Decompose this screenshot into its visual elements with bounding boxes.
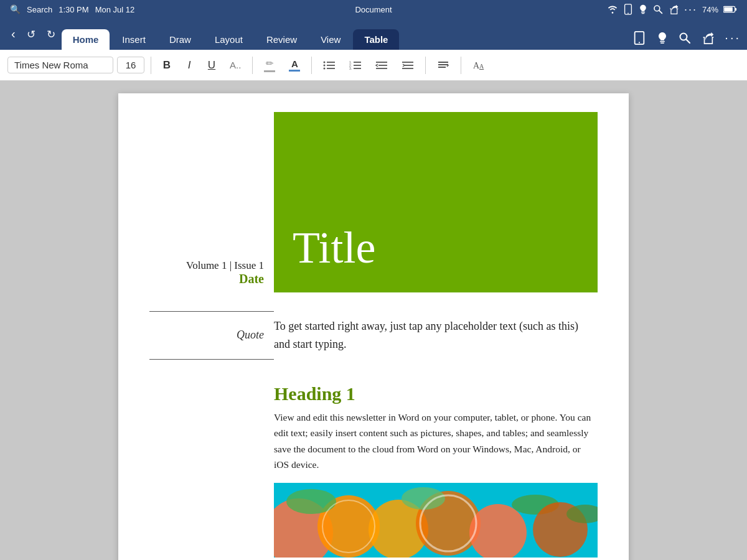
food-image-block: [274, 483, 598, 558]
bullet-list-button[interactable]: [318, 55, 341, 75]
document-page: Volume 1 | Issue 1 Date Title Quote To g…: [118, 93, 629, 560]
food-image-inner: [274, 483, 598, 558]
quote-line2: and start typing.: [274, 338, 346, 350]
font-size-display[interactable]: 16: [117, 57, 144, 73]
tab-draw[interactable]: Draw: [158, 29, 202, 50]
food-left-spacer: [149, 483, 274, 558]
food-image-section: [149, 483, 598, 558]
wifi-icon: [607, 5, 618, 14]
svg-point-45: [402, 487, 445, 510]
underline-button[interactable]: U: [202, 55, 221, 75]
svg-point-15: [324, 61, 326, 63]
tab-review[interactable]: Review: [255, 29, 308, 50]
more-tab-icon[interactable]: ···: [725, 30, 741, 45]
status-bar: 🔍 Search 1:30 PM Mon Jul 12 Document: [0, 0, 747, 19]
toolbar-sep-2: [252, 57, 253, 74]
share-icon[interactable]: [668, 4, 679, 15]
font-color-button[interactable]: A: [284, 55, 305, 75]
tab-insert[interactable]: Insert: [111, 29, 157, 50]
search-icon[interactable]: 🔍: [10, 4, 21, 14]
more-icon[interactable]: ···: [684, 3, 697, 16]
toolbar-sep-5: [461, 57, 461, 74]
highlight-button[interactable]: ✏: [259, 55, 280, 75]
back-arrow[interactable]: ‹: [6, 22, 21, 46]
svg-rect-8: [724, 7, 733, 12]
phone-tab-icon: [632, 31, 646, 45]
body-paragraph[interactable]: View and edit this newsletter in Word on…: [274, 409, 598, 473]
svg-rect-12: [660, 42, 664, 44]
redo-button[interactable]: ↻: [42, 23, 60, 46]
phone-icon: [623, 4, 633, 15]
numbered-list-button[interactable]: 1. 2. 3.: [344, 55, 367, 75]
bold-button[interactable]: B: [157, 55, 176, 75]
title-text[interactable]: Title: [293, 222, 375, 274]
svg-line-5: [659, 11, 662, 14]
doc-area: Volume 1 | Issue 1 Date Title Quote To g…: [0, 81, 747, 560]
status-left: 🔍 Search 1:30 PM Mon Jul 12: [10, 4, 134, 14]
status-time: 1:30 PM: [59, 5, 88, 14]
font-ellipsis-button[interactable]: A..: [225, 55, 246, 75]
lightbulb-icon: [638, 4, 648, 15]
search-tab-icon[interactable]: [679, 32, 691, 44]
svg-point-17: [324, 64, 326, 66]
battery-icon: [723, 6, 737, 13]
italic-button[interactable]: I: [180, 55, 199, 75]
page-content: Volume 1 | Issue 1 Date Title Quote To g…: [118, 93, 629, 560]
svg-point-10: [639, 42, 640, 43]
body-content: Heading 1 View and edit this newsletter …: [274, 372, 598, 483]
battery-label: 74%: [702, 5, 718, 14]
search-label[interactable]: Search: [27, 5, 52, 14]
svg-point-1: [627, 12, 629, 14]
toolbar-sep-1: [151, 57, 151, 74]
svg-rect-11: [660, 41, 665, 42]
date-text[interactable]: Date: [149, 272, 264, 286]
tab-bar: ‹ ↺ ↻ Home Insert Draw Layout Review Vie…: [0, 19, 747, 50]
status-right: ··· 74%: [607, 3, 737, 16]
title-green-box[interactable]: Title: [274, 112, 598, 292]
font-name-display[interactable]: Times New Roma: [7, 57, 113, 73]
increase-indent-button[interactable]: [397, 55, 419, 75]
svg-text:A: A: [479, 63, 484, 70]
tab-layout[interactable]: Layout: [204, 29, 254, 50]
quote-line1: To get started right away, just tap any …: [274, 320, 578, 332]
undo-button[interactable]: ↺: [22, 23, 40, 46]
text-format-button[interactable]: A A: [467, 55, 491, 75]
toolbar: Times New Roma 16 B I U A.. ✏ A 1. 2.: [0, 50, 747, 81]
svg-line-14: [686, 39, 690, 43]
svg-point-19: [324, 67, 326, 69]
svg-rect-2: [641, 12, 645, 12]
toolbar-sep-3: [311, 57, 312, 74]
body-left-spacer: [149, 372, 274, 483]
tab-view[interactable]: View: [309, 29, 352, 50]
volume-text: Volume 1 | Issue 1: [149, 259, 264, 272]
tab-right-icons: ···: [632, 30, 741, 50]
tab-home[interactable]: Home: [62, 29, 110, 50]
lightbulb-tab-icon: [656, 31, 669, 45]
volume-meta: Volume 1 | Issue 1 Date: [149, 112, 274, 292]
quote-label[interactable]: Quote: [149, 322, 264, 348]
svg-rect-3: [642, 13, 645, 14]
toolbar-sep-4: [425, 57, 426, 74]
title-block: Volume 1 | Issue 1 Date Title: [149, 112, 598, 292]
quote-body[interactable]: To get started right away, just tap any …: [274, 311, 598, 360]
tab-table[interactable]: Table: [353, 29, 399, 50]
svg-rect-7: [735, 8, 737, 11]
decrease-indent-button[interactable]: [370, 55, 393, 75]
share-tab-icon[interactable]: [701, 31, 715, 45]
quote-section: Quote To get started right away, just ta…: [149, 311, 598, 360]
doc-title: Document: [355, 5, 392, 14]
search-toolbar-icon[interactable]: [653, 4, 663, 15]
svg-text:3.: 3.: [349, 67, 352, 70]
paragraph-style-button[interactable]: [432, 55, 454, 75]
body-section: Heading 1 View and edit this newsletter …: [149, 372, 598, 483]
heading1[interactable]: Heading 1: [274, 383, 598, 404]
status-date: Mon Jul 12: [95, 5, 135, 14]
quote-left-panel: Quote: [149, 311, 274, 360]
